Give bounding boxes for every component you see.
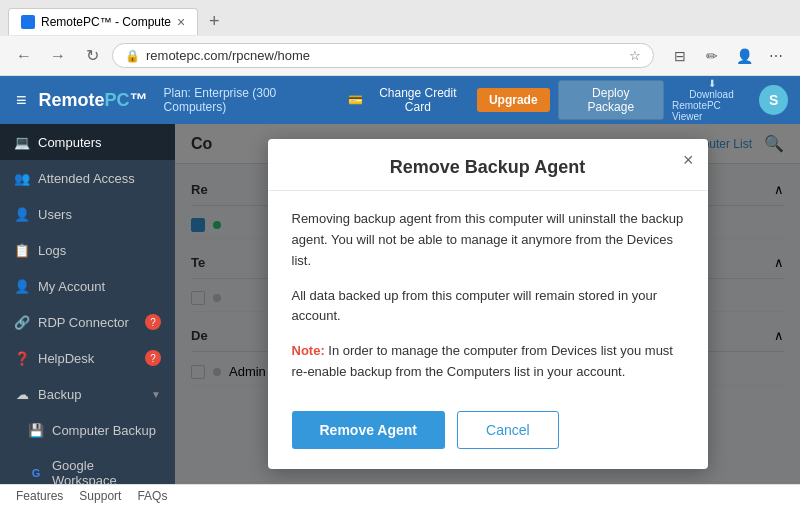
sidebar-item-attended-access[interactable]: 👥 Attended Access — [0, 160, 175, 196]
modal-overlay: Remove Backup Agent × Removing backup ag… — [175, 124, 800, 484]
browser-nav-icons: ⊟ ✏ 👤 ⋯ — [666, 42, 790, 70]
computers-icon: 💻 — [14, 134, 30, 150]
sidebar-label-logs: Logs — [38, 243, 66, 258]
header-actions: 💳 Change Credit Card Upgrade Deploy Pack… — [348, 78, 788, 122]
google-workspace-icon: G — [28, 465, 44, 481]
app-header: ≡ RemotePC™ Plan: Enterprise (300 Comput… — [0, 76, 800, 124]
refresh-button[interactable]: ↻ — [78, 42, 106, 70]
sidebar-item-logs[interactable]: 📋 Logs — [0, 232, 175, 268]
address-bar[interactable]: 🔒 remotepc.com/rpcnew/home ☆ — [112, 43, 654, 68]
download-line2: RemotePC Viewer — [672, 100, 751, 122]
users-icon: 👤 — [14, 206, 30, 222]
sidebar-item-rdp-connector[interactable]: 🔗 RDP Connector ? — [0, 304, 175, 340]
sidebar-label-helpdesk: HelpDesk — [38, 351, 94, 366]
profile-icon[interactable]: 👤 — [730, 42, 758, 70]
backup-arrow-icon: ▼ — [151, 389, 161, 400]
rdp-badge: ? — [145, 314, 161, 330]
logo-text: RemotePC™ — [39, 90, 148, 111]
main-content: Co Export Computer List 🔍 Re ∧ Te ∧ — [175, 124, 800, 484]
edit-icon[interactable]: ✏ — [698, 42, 726, 70]
logs-icon: 📋 — [14, 242, 30, 258]
modal-footer: Remove Agent Cancel — [268, 399, 708, 469]
main-layout: 💻 Computers 👥 Attended Access 👤 Users 📋 … — [0, 124, 800, 484]
modal-body-text-1: Removing backup agent from this computer… — [292, 209, 684, 271]
note-label: Note: — [292, 343, 325, 358]
back-button[interactable]: ← — [10, 42, 38, 70]
download-line1: Download — [689, 89, 733, 100]
credit-card-label: Change Credit Card — [367, 86, 469, 114]
attended-access-icon: 👥 — [14, 170, 30, 186]
sidebar-item-helpdesk[interactable]: ❓ HelpDesk ? — [0, 340, 175, 376]
sidebar-label-computers: Computers — [38, 135, 102, 150]
change-credit-card-button[interactable]: 💳 Change Credit Card — [348, 86, 469, 114]
forward-button[interactable]: → — [44, 42, 72, 70]
helpdesk-icon: ❓ — [14, 350, 30, 366]
browser-tabs: RemotePC™ - Compute × + — [0, 0, 800, 36]
app-footer: Features Support FAQs — [0, 484, 800, 507]
sidebar-item-backup[interactable]: ☁ Backup ▼ — [0, 376, 175, 412]
browser-chrome: RemotePC™ - Compute × + ← → ↻ 🔒 remotepc… — [0, 0, 800, 76]
sidebar-item-my-account[interactable]: 👤 My Account — [0, 268, 175, 304]
modal-close-button[interactable]: × — [683, 151, 694, 169]
modal-body: Removing backup agent from this computer… — [268, 191, 708, 399]
sidebar-label-backup: Backup — [38, 387, 81, 402]
footer-support-link[interactable]: Support — [79, 489, 121, 503]
modal-note-text: Note: In order to manage the computer fr… — [292, 341, 684, 383]
sidebar: 💻 Computers 👥 Attended Access 👤 Users 📋 … — [0, 124, 175, 484]
my-account-icon: 👤 — [14, 278, 30, 294]
plan-text: Plan: Enterprise (300 Computers) — [164, 86, 338, 114]
download-viewer-button[interactable]: ⬇ Download RemotePC Viewer — [672, 78, 751, 122]
browser-tab-active[interactable]: RemotePC™ - Compute × — [8, 8, 198, 35]
sidebar-label-attended-access: Attended Access — [38, 171, 135, 186]
sidebar-label-computer-backup: Computer Backup — [52, 423, 156, 438]
footer-faqs-link[interactable]: FAQs — [137, 489, 167, 503]
lock-icon: 🔒 — [125, 49, 140, 63]
sidebar-item-users[interactable]: 👤 Users — [0, 196, 175, 232]
remove-agent-button[interactable]: Remove Agent — [292, 411, 446, 449]
more-options-icon[interactable]: ⋯ — [762, 42, 790, 70]
sidebar-item-computers[interactable]: 💻 Computers — [0, 124, 175, 160]
footer-features-link[interactable]: Features — [16, 489, 63, 503]
helpdesk-badge: ? — [145, 350, 161, 366]
modal-header: Remove Backup Agent × — [268, 139, 708, 191]
deploy-package-button[interactable]: Deploy Package — [558, 80, 664, 120]
logo-area: ≡ RemotePC™ — [12, 86, 148, 115]
sidebar-label-google-workspace: Google Workspace — [52, 458, 161, 484]
tab-title: RemotePC™ - Compute — [41, 15, 171, 29]
modal-title: Remove Backup Agent — [390, 157, 585, 177]
url-text: remotepc.com/rpcnew/home — [146, 48, 623, 63]
browser-nav: ← → ↻ 🔒 remotepc.com/rpcnew/home ☆ ⊟ ✏ 👤… — [0, 36, 800, 76]
sidebar-item-computer-backup[interactable]: 💾 Computer Backup — [0, 412, 175, 448]
upgrade-button[interactable]: Upgrade — [477, 88, 550, 112]
backup-icon: ☁ — [14, 386, 30, 402]
bookmark-icon: ☆ — [629, 48, 641, 63]
tab-favicon — [21, 15, 35, 29]
new-tab-button[interactable]: + — [202, 9, 226, 33]
rdp-icon: 🔗 — [14, 314, 30, 330]
download-icon: ⬇ — [708, 78, 716, 89]
tab-close-button[interactable]: × — [177, 14, 185, 30]
credit-card-icon: 💳 — [348, 93, 363, 107]
note-content: In order to manage the computer from Dev… — [292, 343, 673, 379]
split-view-icon[interactable]: ⊟ — [666, 42, 694, 70]
app: ≡ RemotePC™ Plan: Enterprise (300 Comput… — [0, 76, 800, 507]
sidebar-item-google-workspace[interactable]: G Google Workspace — [0, 448, 175, 484]
user-avatar[interactable]: S — [759, 85, 788, 115]
sidebar-label-my-account: My Account — [38, 279, 105, 294]
hamburger-button[interactable]: ≡ — [12, 86, 31, 115]
remove-backup-agent-modal: Remove Backup Agent × Removing backup ag… — [268, 139, 708, 469]
sidebar-label-rdp: RDP Connector — [38, 315, 129, 330]
sidebar-label-users: Users — [38, 207, 72, 222]
computer-backup-icon: 💾 — [28, 422, 44, 438]
cancel-button[interactable]: Cancel — [457, 411, 559, 449]
modal-body-text-2: All data backed up from this computer wi… — [292, 286, 684, 328]
